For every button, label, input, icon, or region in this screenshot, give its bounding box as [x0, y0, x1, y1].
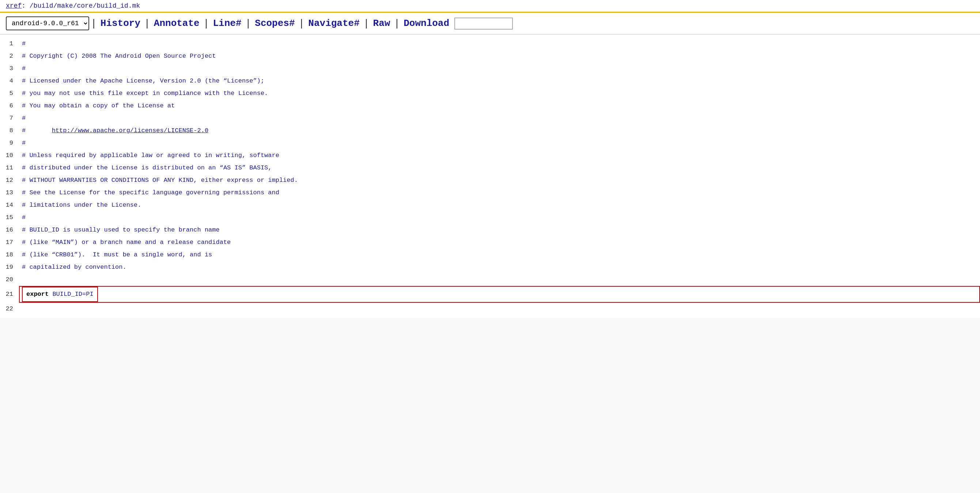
separator-3: | [203, 18, 210, 29]
line-content: # (like “MAIN”) or a branch name and a r… [19, 236, 980, 249]
line-number: 15 [0, 211, 19, 224]
line-content: # limitations under the License. [19, 199, 980, 211]
line-content: # [19, 112, 980, 125]
line-content: # [19, 137, 980, 149]
history-link[interactable]: History [98, 18, 143, 29]
line-content: # [19, 211, 980, 224]
code-line: 3# [0, 62, 980, 75]
line-content: # (like “CRB01”). It must be a single wo… [19, 249, 980, 261]
separator-5: | [299, 18, 305, 29]
license-link[interactable]: http://www.apache.org/licenses/LICENSE-2… [52, 127, 208, 134]
line-number: 16 [0, 224, 19, 236]
line-number: 7 [0, 112, 19, 125]
code-line: 15# [0, 211, 980, 224]
xref-path: xref: /build/make/core/build_id.mk [6, 2, 140, 10]
line-number: 21 [0, 288, 19, 301]
line-content: # See the License for the specific langu… [19, 187, 980, 199]
line-number: 3 [0, 62, 19, 75]
line-content: # http://www.apache.org/licenses/LICENSE… [19, 125, 980, 137]
code-line: 6# You may obtain a copy of the License … [0, 100, 980, 112]
line-number: 17 [0, 236, 19, 249]
line-number: 19 [0, 261, 19, 274]
line-number: 20 [0, 274, 19, 286]
code-line: 12# WITHOUT WARRANTIES OR CONDITIONS OF … [0, 174, 980, 187]
code-line: 2# Copyright (C) 2008 The Android Open S… [0, 50, 980, 62]
code-line: 13# See the License for the specific lan… [0, 187, 980, 199]
separator-1: | [91, 18, 97, 29]
line-number: 8 [0, 125, 19, 137]
line-content: # you may not use this file except in co… [19, 87, 980, 100]
code-line: 4# Licensed under the Apache License, Ve… [0, 75, 980, 87]
line-number: 14 [0, 199, 19, 211]
separator-7: | [394, 18, 400, 29]
line-link[interactable]: Line# [210, 18, 243, 29]
line-number: 6 [0, 100, 19, 112]
toolbar: android-9.0.0_r61 | History | Annotate |… [0, 13, 980, 35]
code-line: 14# limitations under the License. [0, 199, 980, 211]
code-line: 11# distributed under the License is dis… [0, 162, 980, 174]
line-number: 1 [0, 38, 19, 50]
line-content: # Copyright (C) 2008 The Android Open So… [19, 50, 980, 62]
line-number: 4 [0, 75, 19, 87]
line-content: # WITHOUT WARRANTIES OR CONDITIONS OF AN… [19, 174, 980, 187]
code-line: 20 [0, 274, 980, 286]
code-line: 21export BUILD_ID=PI [0, 286, 980, 303]
code-container: 1#2# Copyright (C) 2008 The Android Open… [0, 35, 980, 318]
top-bar: xref: /build/make/core/build_id.mk [0, 0, 980, 13]
line-content: # [19, 38, 980, 50]
line-content: # capitalized by convention. [19, 261, 980, 274]
line-number: 22 [0, 303, 19, 315]
line-number: 9 [0, 137, 19, 149]
line-number: 11 [0, 162, 19, 174]
xref-label[interactable]: xref [6, 2, 22, 10]
code-line: 9# [0, 137, 980, 149]
line-number: 5 [0, 87, 19, 100]
line-number: 2 [0, 50, 19, 62]
code-line: 16# BUILD_ID is usually used to specify … [0, 224, 980, 236]
line-number: 12 [0, 174, 19, 187]
search-input[interactable] [454, 17, 513, 30]
line-content: # distributed under the License is distr… [19, 162, 980, 174]
line-content: # [19, 62, 980, 75]
build-id-value: BUILD_ID=PI [49, 291, 93, 298]
line-content: export BUILD_ID=PI [19, 286, 980, 303]
code-line: 8# http://www.apache.org/licenses/LICENS… [0, 125, 980, 137]
line-number: 18 [0, 249, 19, 261]
code-line: 5# you may not use this file except in c… [0, 87, 980, 100]
code-line: 19# capitalized by convention. [0, 261, 980, 274]
scopes-link[interactable]: Scopes# [253, 18, 297, 29]
separator-6: | [363, 18, 369, 29]
line-number: 13 [0, 187, 19, 199]
code-line: 10# Unless required by applicable law or… [0, 149, 980, 162]
line-number: 10 [0, 149, 19, 162]
xref-path-text: : /build/make/core/build_id.mk [22, 2, 140, 10]
highlighted-content: export BUILD_ID=PI [22, 287, 98, 302]
line-content: # You may obtain a copy of the License a… [19, 100, 980, 112]
navigate-link[interactable]: Navigate# [306, 18, 361, 29]
separator-2: | [144, 18, 150, 29]
line-content: # Unless required by applicable law or a… [19, 149, 980, 162]
version-select[interactable]: android-9.0.0_r61 [6, 16, 89, 30]
line-content: # BUILD_ID is usually used to specify th… [19, 224, 980, 236]
code-line: 18# (like “CRB01”). It must be a single … [0, 249, 980, 261]
export-keyword: export [26, 291, 49, 298]
separator-4: | [245, 18, 251, 29]
code-line: 17# (like “MAIN”) or a branch name and a… [0, 236, 980, 249]
download-link[interactable]: Download [401, 18, 452, 29]
code-line: 7# [0, 112, 980, 125]
line-content [19, 274, 980, 286]
raw-link[interactable]: Raw [371, 18, 393, 29]
code-line: 22 [0, 303, 980, 315]
annotate-link[interactable]: Annotate [152, 18, 202, 29]
line-content: # Licensed under the Apache License, Ver… [19, 75, 980, 87]
code-line: 1# [0, 38, 980, 50]
line-content [19, 303, 980, 315]
